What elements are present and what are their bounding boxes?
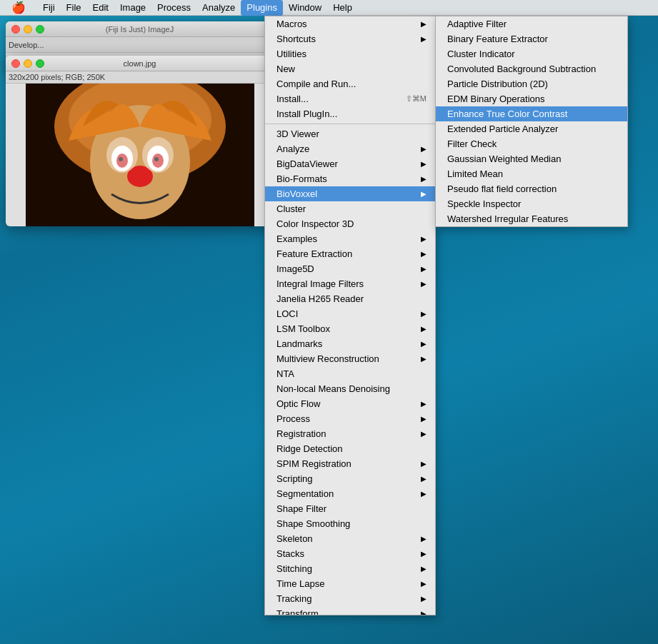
image-menu[interactable]: Image — [114, 0, 151, 16]
submenu-speckle[interactable]: Speckle Inspector — [436, 196, 627, 211]
menu-image5d[interactable]: Image5D ▶ — [265, 261, 435, 276]
clown-image — [26, 84, 254, 226]
image-window: clown.jpg 320x200 pixels; RGB; 250K — [6, 56, 274, 226]
menu-analyze-arrow: ▶ — [421, 145, 427, 153]
menu-segmentation-arrow: ▶ — [421, 490, 427, 498]
menu-shortcuts[interactable]: Shortcuts ▶ — [265, 31, 435, 46]
menubar: 🍎 Fiji File Edit Image Process Analyze P… — [0, 0, 658, 16]
menu-shortcuts-arrow: ▶ — [421, 35, 427, 43]
minimize-button[interactable] — [24, 25, 32, 34]
menu-macros-label: Macros — [276, 19, 307, 29]
menu-segmentation[interactable]: Segmentation ▶ — [265, 486, 435, 501]
menu-skeleton[interactable]: Skeleton ▶ — [265, 531, 435, 546]
fiji-title: (Fiji Is Just) ImageJ — [106, 25, 174, 34]
menu-nta[interactable]: NTA — [265, 366, 435, 381]
menu-stacks[interactable]: Stacks ▶ — [265, 546, 435, 561]
menu-new[interactable]: New — [265, 61, 435, 76]
menu-landmarks[interactable]: Landmarks ▶ — [265, 336, 435, 351]
menu-bioformats[interactable]: Bio-Formats ▶ — [265, 171, 435, 186]
menu-install-plugin[interactable]: Install PlugIn... — [265, 106, 435, 121]
menu-spim-arrow: ▶ — [421, 460, 427, 468]
menu-stitching[interactable]: Stitching ▶ — [265, 561, 435, 576]
menu-install[interactable]: Install... ⇧⌘M — [265, 91, 435, 106]
image-close-button[interactable] — [11, 59, 20, 68]
menu-bigdata[interactable]: BigDataViewer ▶ — [265, 156, 435, 171]
file-menu[interactable]: File — [61, 0, 87, 16]
menu-loci-arrow: ▶ — [421, 310, 427, 318]
menu-stacks-label: Stacks — [276, 548, 304, 559]
menu-lsm[interactable]: LSM Toolbox ▶ — [265, 321, 435, 336]
menu-spim[interactable]: SPIM Registration ▶ — [265, 456, 435, 471]
submenu-convoluted[interactable]: Convoluted Background Subtraction — [436, 61, 627, 76]
menu-compile[interactable]: Compile and Run... — [265, 76, 435, 91]
menu-nonlocal[interactable]: Non-local Means Denoising — [265, 381, 435, 396]
menu-shape-filter[interactable]: Shape Filter — [265, 501, 435, 516]
analyze-menu[interactable]: Analyze — [196, 0, 241, 16]
menu-3dviewer[interactable]: 3D Viewer — [265, 126, 435, 141]
fiji-menu[interactable]: Fiji — [37, 0, 61, 16]
menu-multiview[interactable]: Multiview Reconstruction ▶ — [265, 351, 435, 366]
menu-integral[interactable]: Integral Image Filters ▶ — [265, 276, 435, 291]
submenu-extended-particle[interactable]: Extended Particle Analyzer — [436, 121, 627, 136]
submenu-limited-mean[interactable]: Limited Mean — [436, 166, 627, 181]
image-minimize-button[interactable] — [24, 59, 32, 68]
menu-process[interactable]: Process ▶ — [265, 411, 435, 426]
menu-stacks-arrow: ▶ — [421, 550, 427, 558]
menu-process-arrow: ▶ — [421, 415, 427, 423]
menu-analyze[interactable]: Analyze ▶ — [265, 141, 435, 156]
menu-timelapse[interactable]: Time Lapse ▶ — [265, 576, 435, 591]
menu-transform[interactable]: Transform ▶ — [265, 606, 435, 615]
menu-loci[interactable]: LOCI ▶ — [265, 306, 435, 321]
close-button[interactable] — [11, 25, 20, 34]
menu-utilities[interactable]: Utilities — [265, 46, 435, 61]
submenu-adaptive[interactable]: Adaptive Filter — [436, 16, 627, 31]
maximize-button[interactable] — [36, 25, 44, 34]
menu-cluster[interactable]: Cluster — [265, 201, 435, 216]
menu-feature[interactable]: Feature Extraction ▶ — [265, 246, 435, 261]
process-menu[interactable]: Process — [151, 0, 196, 16]
menu-lsm-arrow: ▶ — [421, 325, 427, 333]
separator-1 — [265, 124, 435, 124]
menu-registration[interactable]: Registration ▶ — [265, 426, 435, 441]
menu-feature-label: Feature Extraction — [276, 248, 352, 259]
menu-image5d-label: Image5D — [276, 263, 314, 274]
menu-timelapse-label: Time Lapse — [276, 578, 324, 589]
submenu-pseudo-flat[interactable]: Pseudo flat field correction — [436, 181, 627, 196]
menu-lsm-label: LSM Toolbox — [276, 323, 330, 334]
image-traffic-lights — [11, 59, 44, 68]
menu-install-plugin-label: Install PlugIn... — [276, 109, 337, 119]
menu-scripting[interactable]: Scripting ▶ — [265, 471, 435, 486]
develop-label: Develop... — [9, 41, 44, 49]
menu-ridge[interactable]: Ridge Detection — [265, 441, 435, 456]
menu-color-inspector[interactable]: Color Inspector 3D — [265, 216, 435, 231]
menu-scripting-arrow: ▶ — [421, 475, 427, 483]
menu-macros[interactable]: Macros ▶ — [265, 16, 435, 31]
submenu-enhance-color[interactable]: Enhance True Color Contrast — [436, 106, 627, 121]
submenu-cluster[interactable]: Cluster Indicator — [436, 46, 627, 61]
submenu-watershed[interactable]: Watershed Irregular Features — [436, 211, 627, 226]
menu-install-label: Install... — [276, 94, 309, 104]
apple-menu[interactable]: 🍎 — [6, 0, 31, 16]
submenu-gaussian[interactable]: Gaussian Weighted Median — [436, 151, 627, 166]
menu-shape-smoothing[interactable]: Shape Smoothing — [265, 516, 435, 531]
menu-registration-arrow: ▶ — [421, 430, 427, 438]
window-menu[interactable]: Window — [283, 0, 327, 16]
image-canvas — [26, 84, 254, 226]
menu-shape-smoothing-label: Shape Smoothing — [276, 518, 350, 529]
menu-janelia[interactable]: Janelia H265 Reader — [265, 291, 435, 306]
edit-menu[interactable]: Edit — [87, 0, 114, 16]
menu-examples[interactable]: Examples ▶ — [265, 231, 435, 246]
submenu-binary-feature[interactable]: Binary Feature Extractor — [436, 31, 627, 46]
submenu-filter-check[interactable]: Filter Check — [436, 136, 627, 151]
submenu-edm[interactable]: EDM Binary Operations — [436, 91, 627, 106]
help-menu[interactable]: Help — [327, 0, 358, 16]
menu-analyze-label: Analyze — [276, 144, 309, 154]
plugins-menu[interactable]: Plugins — [241, 0, 283, 16]
menu-biovoxxel-arrow: ▶ — [421, 190, 427, 198]
menu-opticflow[interactable]: Optic Flow ▶ — [265, 396, 435, 411]
menu-biovoxxel[interactable]: BioVoxxel ▶ — [265, 186, 435, 201]
menu-scripting-label: Scripting — [276, 473, 313, 484]
menu-tracking[interactable]: Tracking ▶ — [265, 591, 435, 606]
submenu-particle-dist[interactable]: Particle Distribution (2D) — [436, 76, 627, 91]
image-maximize-button[interactable] — [36, 59, 44, 68]
